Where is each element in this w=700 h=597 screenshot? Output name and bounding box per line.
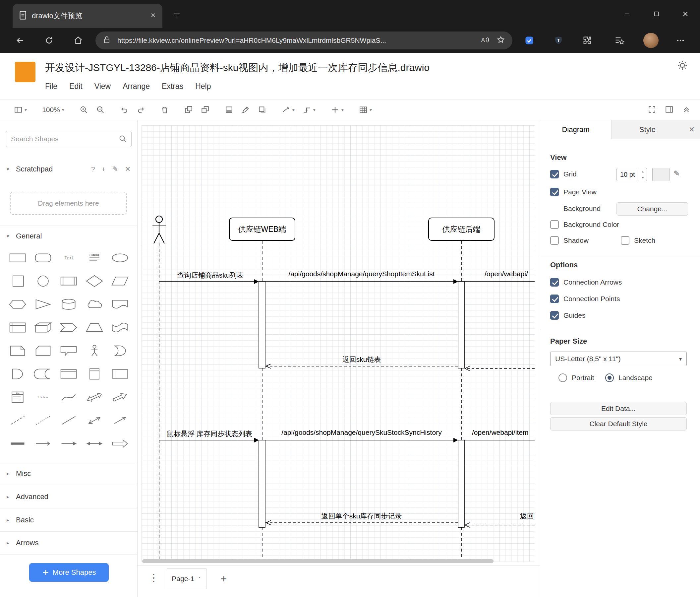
paper-size-select[interactable]: US-Letter (8,5" x 11") ▾ xyxy=(550,352,687,366)
delete-button[interactable] xyxy=(160,105,169,114)
message-label[interactable]: 返回 xyxy=(520,511,534,521)
scratchpad-help-icon[interactable]: ? xyxy=(91,165,95,173)
extension-icon-blue[interactable] xyxy=(522,33,537,48)
message-label[interactable]: 查询店铺商品sku列表 xyxy=(177,271,244,280)
zoom-in-button[interactable] xyxy=(79,105,88,114)
shape-arrow-block[interactable] xyxy=(109,434,131,453)
shape-bidirectional-connector[interactable] xyxy=(83,411,105,430)
favorites-list-icon[interactable] xyxy=(612,33,627,48)
insert-button[interactable]: ▾ xyxy=(331,105,344,114)
shape-list-item[interactable]: List Item xyxy=(32,388,54,406)
address-bar[interactable]: https://file.kkview.cn/onlinePreview?url… xyxy=(96,31,512,49)
view-selector-button[interactable]: ▾ xyxy=(14,105,27,114)
shape-vertical-container[interactable] xyxy=(83,364,105,383)
clear-default-style-button[interactable]: Clear Default Style xyxy=(550,417,687,430)
sketch-checkbox[interactable] xyxy=(621,236,629,245)
window-minimize-button[interactable] xyxy=(612,0,642,28)
shape-container[interactable] xyxy=(58,364,79,383)
window-maximize-button[interactable] xyxy=(642,0,671,28)
shape-list[interactable]: List xyxy=(7,388,28,406)
edit-grid-color-icon[interactable]: ✎ xyxy=(674,169,680,178)
table-button[interactable]: ▾ xyxy=(359,105,372,114)
sidebar-section-advanced[interactable]: ▸Advanced xyxy=(0,485,137,508)
sidebar-section-basic[interactable]: ▸Basic xyxy=(0,508,137,531)
menu-extras[interactable]: Extras xyxy=(162,82,183,91)
tab-style[interactable]: Style xyxy=(611,120,683,139)
message-label[interactable]: 返回sku链表 xyxy=(342,355,381,364)
read-aloud-icon[interactable]: A xyxy=(480,35,490,45)
waypoints-button[interactable]: ▾ xyxy=(303,105,316,114)
undo-button[interactable] xyxy=(120,105,129,114)
shape-card[interactable] xyxy=(32,341,54,360)
shape-textbox[interactable]: Heading xyxy=(83,248,105,267)
shape-triangle[interactable] xyxy=(32,295,54,313)
to-back-button[interactable] xyxy=(201,105,209,114)
shape-line[interactable] xyxy=(58,411,79,430)
shape-directional-connector[interactable] xyxy=(109,411,131,430)
menu-arrange[interactable]: Arrange xyxy=(123,82,150,91)
grid-size-stepper[interactable]: ▴▾ xyxy=(639,168,647,181)
shape-and[interactable] xyxy=(7,364,28,383)
sidebar-section-misc[interactable]: ▸Misc xyxy=(0,462,137,485)
sidebar-section-arrows[interactable]: ▸Arrows xyxy=(0,531,137,554)
url-text[interactable]: https://file.kkview.cn/onlinePreview?url… xyxy=(117,37,473,44)
shape-hexagon[interactable] xyxy=(7,295,28,313)
home-button[interactable] xyxy=(71,33,85,48)
scratchpad-header[interactable]: ▾ Scratchpad ? + ✎ ✕ xyxy=(0,161,137,177)
shape-text[interactable]: Text xyxy=(58,248,79,267)
horizontal-scrollbar[interactable] xyxy=(142,559,494,563)
shape-diamond[interactable] xyxy=(83,272,105,290)
browser-menu-icon[interactable] xyxy=(673,33,688,48)
grid-checkbox[interactable] xyxy=(550,170,559,178)
connection-style-button[interactable]: ▾ xyxy=(282,105,295,114)
message-label[interactable]: 鼠标悬浮 库存同步状态列表 xyxy=(167,429,252,438)
format-panel-toggle-button[interactable] xyxy=(665,105,674,115)
refresh-button[interactable] xyxy=(42,33,56,48)
extensions-puzzle-icon[interactable] xyxy=(580,33,595,48)
to-front-button[interactable] xyxy=(184,105,193,114)
shape-dotted-line[interactable] xyxy=(32,411,54,430)
message-label[interactable]: 返回单个sku库存同步记录 xyxy=(322,511,402,521)
shield-extension-icon[interactable]: T xyxy=(551,33,566,48)
new-tab-button[interactable] xyxy=(170,7,184,21)
portrait-radio[interactable] xyxy=(558,374,567,382)
redo-button[interactable] xyxy=(136,105,145,114)
edit-data-button[interactable]: Edit Data... xyxy=(550,402,687,415)
fullscreen-button[interactable] xyxy=(648,105,656,115)
menu-file[interactable]: File xyxy=(45,82,57,91)
message-label[interactable]: /api/goods/shopManage/querySkuStockSyncH… xyxy=(281,429,442,436)
shape-or[interactable] xyxy=(109,341,131,360)
shape-callout[interactable] xyxy=(58,341,79,360)
theme-toggle-icon[interactable] xyxy=(675,58,690,73)
menu-view[interactable]: View xyxy=(95,82,111,91)
shape-curve[interactable] xyxy=(58,388,79,406)
diagram-page[interactable]: 供应链WEB端 供应链后端 查询店铺商品sku列表 /api/goods/sho… xyxy=(142,125,534,562)
shadow-button[interactable] xyxy=(258,105,267,114)
shape-circle[interactable] xyxy=(32,272,54,290)
panel-close-icon[interactable]: ✕ xyxy=(683,120,700,139)
message-label[interactable]: /api/goods/shopManage/queryShopItemSkuLi… xyxy=(289,270,434,278)
shape-arrow[interactable] xyxy=(109,388,131,406)
shape-cube[interactable] xyxy=(32,318,54,337)
connection-arrows-checkbox[interactable] xyxy=(550,278,559,287)
shape-link[interactable] xyxy=(7,434,28,453)
shape-square[interactable] xyxy=(7,272,28,290)
shape-ellipse[interactable] xyxy=(109,248,131,267)
tab-diagram[interactable]: Diagram xyxy=(540,120,611,139)
shape-arrow-both[interactable] xyxy=(83,434,105,453)
menu-edit[interactable]: Edit xyxy=(69,82,82,91)
collapse-toolbar-button[interactable] xyxy=(682,105,691,115)
connection-points-checkbox[interactable] xyxy=(550,294,559,303)
message-label[interactable]: /open/webapi/item xyxy=(472,429,528,436)
shadow-checkbox[interactable] xyxy=(550,236,559,245)
page-tab[interactable]: Page-1 ⌃ xyxy=(167,569,206,589)
lifeline-box-web[interactable]: 供应链WEB端 xyxy=(229,218,295,241)
shape-actor[interactable] xyxy=(83,341,105,360)
window-close-button[interactable] xyxy=(671,0,700,28)
shape-internal-storage[interactable] xyxy=(7,318,28,337)
shape-data-storage[interactable] xyxy=(32,364,54,383)
scratchpad-edit-icon[interactable]: ✎ xyxy=(112,165,118,173)
zoom-selector[interactable]: 100%▾ xyxy=(42,106,64,114)
change-background-button[interactable]: Change... xyxy=(617,202,688,216)
background-color-checkbox[interactable] xyxy=(550,220,559,229)
